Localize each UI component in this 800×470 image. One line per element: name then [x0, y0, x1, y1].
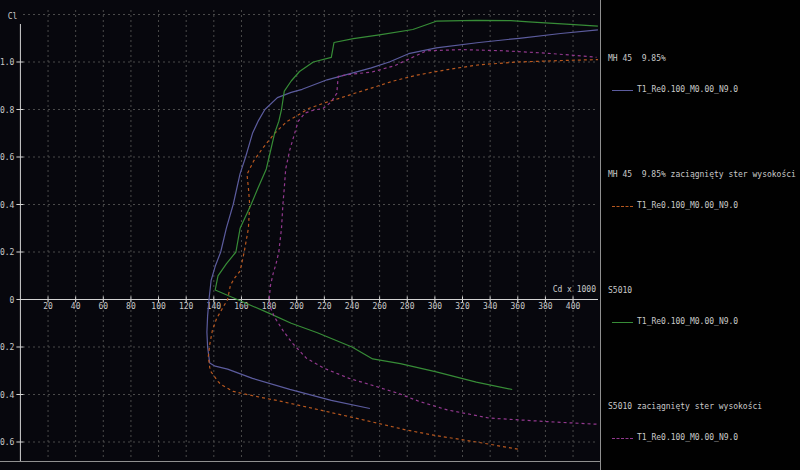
y-tick-label: -0.2: [0, 343, 15, 352]
legend-item-s5010[interactable]: S5010 T1_Re0.100_M0.00_N9.0: [608, 266, 798, 347]
x-tick-label: 260: [372, 302, 387, 311]
x-tick-label: 400: [566, 302, 581, 311]
y-tick-label: 1.0: [0, 58, 15, 67]
polar-analysis-view: 2040608010012014016018020022024026028030…: [0, 0, 800, 470]
legend-line-sample: [612, 322, 633, 323]
x-tick-label: 360: [511, 302, 526, 311]
y-tick-label: 0.4: [0, 201, 15, 210]
x-tick-label: 320: [455, 302, 470, 311]
x-tick-label: 20: [43, 302, 53, 311]
y-tick-label: 0.2: [0, 248, 15, 257]
x-tick-label: 100: [151, 302, 166, 311]
x-tick-label: 280: [400, 302, 415, 311]
legend-series-name: MH 45 9.85%: [608, 54, 798, 64]
legend-row: T1_Re0.100_M0.00_N9.0: [608, 85, 798, 95]
x-tick-label: 80: [126, 302, 136, 311]
legend-series-name: S5010: [608, 286, 798, 296]
legend-polar-name: T1_Re0.100_M0.00_N9.0: [637, 201, 738, 211]
legend-item-mh45[interactable]: MH 45 9.85% T1_Re0.100_M0.00_N9.0: [608, 34, 798, 115]
legend-row: T1_Re0.100_M0.00_N9.0: [608, 201, 798, 211]
legend-panel: MH 45 9.85% T1_Re0.100_M0.00_N9.0 MH 45 …: [600, 0, 800, 470]
legend-item-s5010-elevator[interactable]: S5010 zaciągnięty ster wysokości T1_Re0.…: [608, 382, 798, 463]
legend-polar-name: T1_Re0.100_M0.00_N9.0: [637, 85, 738, 95]
legend-polar-name: T1_Re0.100_M0.00_N9.0: [637, 317, 738, 327]
legend-series-name: MH 45 9.85% zaciągnięty ster wysokości: [608, 170, 798, 180]
x-tick-label: 200: [289, 302, 304, 311]
x-tick-label: 40: [71, 302, 81, 311]
x-tick-label: 340: [483, 302, 498, 311]
polar-graph-canvas[interactable]: 2040608010012014016018020022024026028030…: [0, 0, 600, 470]
y-tick-label: -0.6: [0, 438, 15, 447]
y-tick-label: 0.6: [0, 153, 15, 162]
legend-row: T1_Re0.100_M0.00_N9.0: [608, 317, 798, 327]
y-tick-label: 0: [10, 296, 15, 305]
x-axis-title: Cd x 1000: [553, 285, 597, 294]
legend-line-sample: [612, 206, 633, 207]
legend-series-name: S5010 zaciągnięty ster wysokości: [608, 402, 798, 412]
x-tick-label: 220: [317, 302, 332, 311]
legend-row: T1_Re0.100_M0.00_N9.0: [608, 433, 798, 443]
legend-line-sample: [612, 438, 633, 439]
y-tick-label: -0.4: [0, 391, 15, 400]
x-tick-label: 300: [428, 302, 443, 311]
y-axis-title: Cl: [8, 12, 18, 21]
y-tick-label: 0.8: [0, 106, 15, 115]
legend-item-mh45-elevator[interactable]: MH 45 9.85% zaciągnięty ster wysokości T…: [608, 150, 798, 231]
x-tick-label: 240: [345, 302, 360, 311]
x-tick-label: 380: [538, 302, 553, 311]
x-tick-label: 60: [98, 302, 108, 311]
x-tick-label: 120: [179, 302, 194, 311]
legend-polar-name: T1_Re0.100_M0.00_N9.0: [637, 433, 738, 443]
legend-line-sample: [612, 90, 633, 91]
